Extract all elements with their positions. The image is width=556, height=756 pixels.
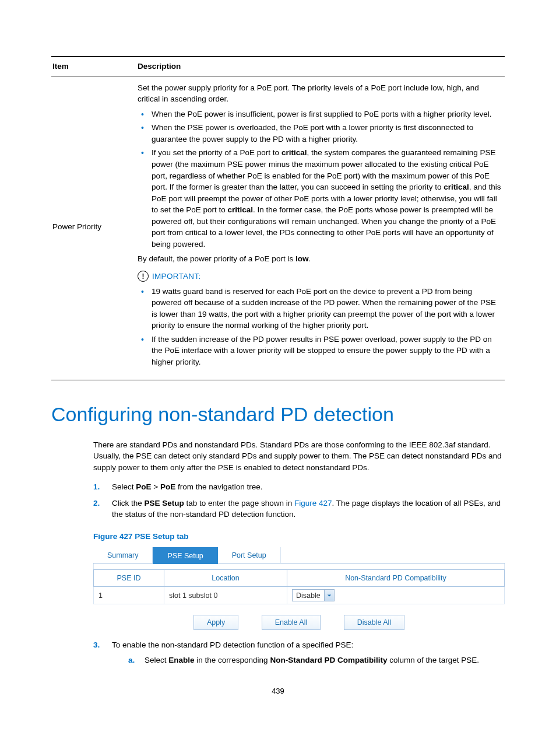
intro-paragraph: There are standard PDs and nonstandard P… <box>93 439 505 474</box>
steps-list-cont: To enable the non-standard PD detection … <box>93 639 505 666</box>
step-1: Select PoE > PoE from the navigation tre… <box>93 481 505 493</box>
cell-pse-id: 1 <box>94 587 164 604</box>
priority-bullets: When the PoE power is insufficient, powe… <box>138 108 502 250</box>
compat-select-value: Disable <box>293 590 324 601</box>
pse-setup-screenshot: Summary PSE Setup Port Setup PSE ID Loca… <box>93 547 505 634</box>
important-callout: ! IMPORTANT: <box>138 271 502 282</box>
intro-text: Set the power supply priority for a PoE … <box>138 82 502 105</box>
table-row: Power Priority Set the power supply prio… <box>51 76 505 380</box>
th-pse-id: PSE ID <box>94 570 164 587</box>
section-heading: Configuring non-standard PD detection <box>51 400 505 429</box>
list-item: If you set the priority of a PoE port to… <box>138 147 502 250</box>
important-icon: ! <box>138 271 149 282</box>
substeps: Select Enable in the corresponding Non-S… <box>128 654 505 666</box>
compat-select[interactable]: Disable <box>292 589 335 601</box>
important-bullets: 19 watts guard band is reserved for each… <box>138 286 502 368</box>
figure-link[interactable]: Figure 427 <box>294 499 332 508</box>
pse-button-row: Apply Enable All Disable All <box>93 604 505 634</box>
tab-port-setup[interactable]: Port Setup <box>218 547 281 563</box>
step-3a: Select Enable in the corresponding Non-S… <box>128 654 505 666</box>
tab-pse-setup[interactable]: PSE Setup <box>153 547 217 564</box>
description-table: Item Description Power Priority Set the … <box>51 56 505 380</box>
list-item: When the PoE power is insufficient, powe… <box>138 108 502 120</box>
th-location: Location <box>164 570 287 587</box>
th-compat: Non-Standard PD Compatibility <box>287 570 505 587</box>
tab-bar: Summary PSE Setup Port Setup <box>93 547 505 564</box>
step-2: Click the PSE Setup tab to enter the pag… <box>93 498 505 520</box>
tab-summary[interactable]: Summary <box>93 547 153 563</box>
enable-all-button[interactable]: Enable All <box>262 615 321 630</box>
pse-table: PSE ID Location Non-Standard PD Compatib… <box>93 569 505 604</box>
list-item: When the PSE power is overloaded, the Po… <box>138 122 502 145</box>
th-item: Item <box>51 57 136 76</box>
figure-caption: Figure 427 PSE Setup tab <box>93 531 505 542</box>
steps-list: Select PoE > PoE from the navigation tre… <box>93 481 505 520</box>
default-text: By default, the power priority of a PoE … <box>138 253 502 265</box>
step-3: To enable the non-standard PD detection … <box>93 639 505 666</box>
page-number: 439 <box>51 686 505 697</box>
pse-row: 1 slot 1 subslot 0 Disable <box>94 587 505 604</box>
apply-button[interactable]: Apply <box>193 615 238 630</box>
cell-item: Power Priority <box>51 76 136 380</box>
chevron-down-icon <box>324 590 334 601</box>
cell-description: Set the power supply priority for a PoE … <box>136 76 505 380</box>
cell-location: slot 1 subslot 0 <box>164 587 287 604</box>
list-item: 19 watts guard band is reserved for each… <box>138 286 502 331</box>
section-body: There are standard PDs and nonstandard P… <box>51 439 505 666</box>
disable-all-button[interactable]: Disable All <box>344 615 404 630</box>
th-description: Description <box>136 57 505 76</box>
page: Item Description Power Priority Set the … <box>0 0 556 720</box>
cell-compat: Disable <box>287 587 505 604</box>
important-label: IMPORTANT: <box>152 271 201 282</box>
list-item: If the sudden increase of the PD power r… <box>138 334 502 368</box>
